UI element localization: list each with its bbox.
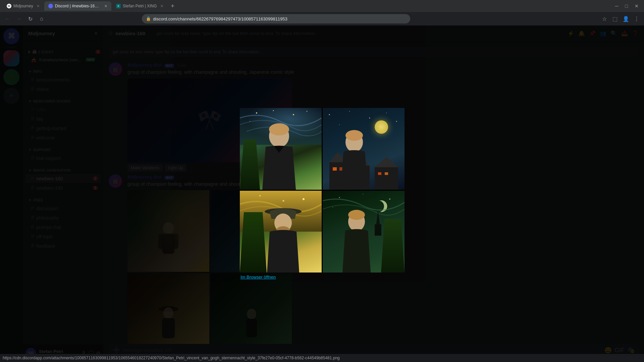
svg-point-24 xyxy=(396,121,397,122)
svg-point-18 xyxy=(269,123,289,135)
svg-rect-33 xyxy=(375,167,398,190)
svg-point-14 xyxy=(293,114,294,115)
svg-rect-35 xyxy=(378,172,381,175)
modal-image-grid[interactable] xyxy=(240,108,404,273)
tab-midjourney[interactable]: M Midjourney ✕ xyxy=(3,1,44,11)
svg-point-13 xyxy=(273,110,274,111)
bookmark-icon[interactable]: ☆ xyxy=(600,14,609,23)
person-svg-2 xyxy=(331,129,378,190)
security-lock-icon: 🔒 xyxy=(146,16,151,21)
midjourney-favicon: M xyxy=(7,4,11,8)
address-text: discord.com/channels/662267976984297473/… xyxy=(153,16,287,21)
browser-chrome: M Midjourney ✕ Discord | #newbies-160 | … xyxy=(0,0,644,25)
tab-xing[interactable]: X Stefan Petri | XING ✕ xyxy=(112,1,167,11)
svg-point-12 xyxy=(256,112,257,114)
extensions-icon[interactable]: ⬚ xyxy=(610,14,620,23)
svg-point-21 xyxy=(369,118,370,119)
person-overlay-3 xyxy=(256,202,310,273)
tab-midjourney-title: Midjourney xyxy=(13,4,33,8)
svg-point-19 xyxy=(329,114,330,115)
svg-point-46 xyxy=(363,194,363,194)
svg-point-47 xyxy=(389,198,390,200)
svg-point-15 xyxy=(307,111,308,112)
address-bar-row: ← → ↻ ⌂ 🔒 discord.com/channels/662267976… xyxy=(0,12,644,25)
account-icon[interactable]: 👤 xyxy=(621,14,631,23)
address-bar[interactable]: 🔒 discord.com/channels/66226797698429747… xyxy=(142,14,410,23)
tab-bar: M Midjourney ✕ Discord | #newbies-160 | … xyxy=(0,0,644,12)
status-bar-url: https://cdn.discordapp.com/attachments/1… xyxy=(3,356,340,360)
person-svg-1 xyxy=(252,123,306,190)
back-button[interactable]: ← xyxy=(3,14,12,23)
modal-overlay[interactable]: Im Browser öffnen xyxy=(0,25,644,362)
minimize-button[interactable]: ─ xyxy=(612,3,621,9)
modal-img-bottom-left[interactable] xyxy=(240,191,322,273)
svg-point-16 xyxy=(250,121,250,122)
svg-point-45 xyxy=(339,197,340,198)
person-overlay-2 xyxy=(331,129,378,190)
tab-discord-close[interactable]: ✕ xyxy=(104,4,107,8)
tree-green-right xyxy=(381,219,405,273)
close-window-button[interactable]: ✕ xyxy=(632,3,641,9)
svg-marker-34 xyxy=(375,157,398,167)
modal-img-top-left[interactable] xyxy=(240,108,322,190)
home-button[interactable]: ⌂ xyxy=(37,14,46,23)
svg-point-40 xyxy=(259,195,261,196)
tab-midjourney-close[interactable]: ✕ xyxy=(37,4,40,8)
svg-rect-36 xyxy=(385,172,388,175)
tab-discord-title: Discord | #newbies-160 | Mid... xyxy=(55,4,101,8)
more-options-icon[interactable]: ⋮ xyxy=(632,14,641,23)
tab-xing-close[interactable]: ✕ xyxy=(160,4,163,8)
modal-img-top-right[interactable] xyxy=(323,108,405,190)
maximize-button[interactable]: □ xyxy=(623,3,631,9)
xing-favicon: X xyxy=(116,4,121,8)
person-overlay-4 xyxy=(332,209,381,273)
svg-point-52 xyxy=(348,210,365,220)
svg-point-22 xyxy=(386,113,387,113)
person-svg-3 xyxy=(256,202,310,273)
window-controls: ─ □ ✕ xyxy=(612,3,641,9)
svg-point-48 xyxy=(332,207,333,208)
svg-point-39 xyxy=(303,198,305,200)
svg-point-38 xyxy=(345,130,363,141)
new-tab-button[interactable]: + xyxy=(168,1,177,11)
discord-favicon xyxy=(48,4,53,8)
status-bar: https://cdn.discordapp.com/attachments/1… xyxy=(0,354,644,362)
browser-toolbar: ☆ ⬚ 👤 ⋮ xyxy=(600,14,641,23)
tab-discord[interactable]: Discord | #newbies-160 | Mid... ✕ xyxy=(44,1,111,11)
person-overlay-1 xyxy=(252,123,306,190)
svg-point-41 xyxy=(283,200,284,202)
modal-image-container: Im Browser öffnen xyxy=(240,108,404,280)
person-svg-4 xyxy=(332,209,381,273)
reload-button[interactable]: ↻ xyxy=(25,14,35,23)
svg-point-23 xyxy=(339,124,340,125)
tab-xing-title: Stefan Petri | XING xyxy=(123,4,157,8)
forward-button[interactable]: → xyxy=(14,14,23,23)
svg-point-20 xyxy=(349,111,350,112)
modal-img-bottom-right[interactable] xyxy=(323,191,405,273)
open-in-browser-link[interactable]: Im Browser öffnen xyxy=(240,275,404,280)
